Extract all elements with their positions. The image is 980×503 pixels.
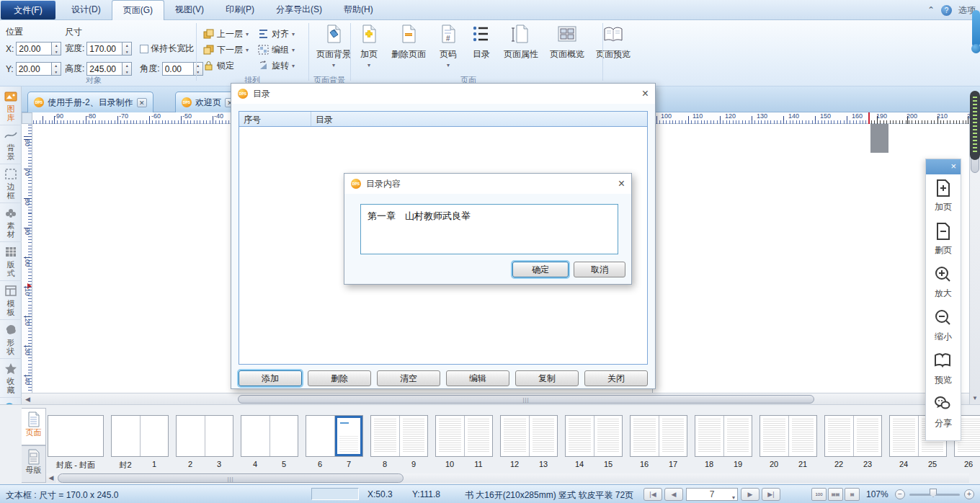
next-page-button[interactable]: ▶ [741, 488, 760, 501]
canvas-horizontal-scrollbar[interactable]: ◀ ||| [22, 393, 969, 404]
arrange-align-button[interactable]: 对齐▾ [258, 26, 295, 42]
last-page-button[interactable]: ▶| [762, 488, 780, 501]
toc-button[interactable]: 目录 [466, 22, 497, 78]
close-icon[interactable]: × [642, 88, 649, 99]
current-page-field[interactable]: 7▾ [686, 488, 738, 501]
toc-content-dialog-titlebar[interactable]: DPS 目录内容 × [344, 174, 631, 194]
thumbnail-page-14[interactable] [566, 416, 594, 456]
thumbnail-spread[interactable]: 67 [306, 415, 363, 474]
thumbnail-cover-spread[interactable]: 封底 - 封面 [48, 415, 104, 474]
spin-up-icon[interactable]: ▲ [194, 63, 202, 69]
x-input[interactable] [16, 42, 52, 55]
thumbnail-page-3[interactable] [205, 416, 233, 456]
toc-button-添加[interactable]: 添加 [239, 370, 302, 386]
thumbnail-page-9[interactable] [399, 416, 427, 456]
thumb-scroll-left-icon[interactable]: ◀ [46, 473, 56, 483]
dropdown-icon[interactable]: ▾ [368, 62, 370, 68]
tab-close-icon[interactable]: ✕ [137, 98, 147, 107]
page-overview-button[interactable]: 页面概览 [545, 22, 589, 78]
toc-entry-textarea[interactable]: 第一章 山村教师武良举 [360, 204, 618, 254]
thumbnail-spread[interactable]: 1617 [630, 415, 687, 474]
horizontal-scroll-thumb[interactable]: ||| [238, 395, 814, 404]
spin-down-icon[interactable]: ▼ [122, 69, 131, 76]
spin-up-icon[interactable]: ▲ [52, 63, 61, 69]
ribbon-tab-1[interactable]: 设计(D) [61, 0, 112, 20]
dropdown-icon[interactable]: ▾ [246, 31, 249, 37]
spin-up-icon[interactable]: ▲ [52, 43, 61, 49]
keep-ratio-checkbox[interactable] [140, 45, 148, 53]
sidebar-item-border[interactable]: 边框 [0, 164, 22, 203]
page-dropdown-icon[interactable]: ▾ [732, 492, 735, 503]
dropdown-icon[interactable]: ▾ [246, 47, 249, 53]
thumbnail-page-4[interactable] [241, 416, 270, 456]
thumbnail-page-13[interactable] [529, 416, 557, 456]
width-spinner[interactable]: ▲▼ [122, 42, 132, 55]
thumbnail-page-12[interactable] [501, 416, 529, 456]
toc-dialog-titlebar[interactable]: DPS 目录 × [231, 84, 655, 104]
ribbon-tab-3[interactable]: 视图(V) [164, 0, 215, 20]
thumbnail-page-18[interactable] [695, 416, 723, 456]
x-spinner[interactable]: ▲▼ [52, 42, 61, 55]
ribbon-tab-4[interactable]: 印刷(P) [215, 0, 265, 20]
angle-spinner[interactable]: ▲▼ [194, 62, 203, 76]
dropdown-icon[interactable]: ▾ [292, 63, 295, 69]
spin-up-icon[interactable]: ▲ [122, 43, 131, 49]
sidebar-item-layout[interactable]: 版式 [0, 242, 22, 281]
first-page-button[interactable]: |◀ [643, 488, 662, 501]
toc-button-复制[interactable]: 复制 [515, 370, 579, 386]
zoom-out-button[interactable]: − [895, 489, 905, 499]
sidebar-item-favorite[interactable]: 收藏 [0, 359, 22, 398]
page-preview-button[interactable]: 页面预览 [591, 22, 636, 78]
thumbnail-page-24[interactable] [890, 416, 918, 456]
sidebar-item-gallery[interactable]: 图库 [0, 86, 22, 125]
thumbnail-page-22[interactable] [825, 416, 853, 456]
scroll-left-icon[interactable]: ◀ [22, 394, 33, 404]
delete-page-button[interactable]: 删除页面 [386, 22, 431, 78]
close-icon[interactable]: × [950, 161, 956, 172]
thumbnail-page-23[interactable] [853, 416, 881, 456]
document-tab-0[interactable]: DPS使用手册-2、目录制作✕ [27, 92, 153, 112]
height-spinner[interactable]: ▲▼ [122, 62, 132, 76]
ribbon-tab-6[interactable]: 帮助(H) [333, 0, 384, 20]
spin-down-icon[interactable]: ▼ [194, 69, 202, 76]
zoom-in-button[interactable]: + [964, 489, 974, 499]
width-input[interactable] [86, 42, 122, 55]
y-spinner[interactable]: ▲▼ [52, 62, 61, 76]
thumbnail-spread[interactable]: 2021 [760, 415, 817, 474]
arrange-layer-down-button[interactable]: 下一层▾ [203, 42, 249, 58]
thumbnail-page-20[interactable] [760, 416, 788, 456]
tab-pages[interactable]: 页面 [22, 408, 46, 445]
zoom-slider-thumb[interactable] [930, 489, 937, 497]
thumbnail-page-10[interactable] [436, 416, 464, 456]
thumbnail-page-7[interactable] [334, 416, 362, 456]
dropdown-icon[interactable]: ▾ [447, 62, 450, 68]
toc-button-编辑[interactable]: 编辑 [446, 370, 509, 386]
spin-down-icon[interactable]: ▼ [52, 49, 61, 55]
sidebar-item-template[interactable]: 模板 [0, 281, 22, 320]
quick-tool-preview[interactable]: 预览 [926, 347, 961, 391]
close-icon[interactable]: × [618, 178, 625, 190]
ribbon-tab-2[interactable]: 页面(G) [112, 0, 164, 20]
sidebar-item-material[interactable]: 素材 [0, 203, 22, 242]
thumbnail-page-16[interactable] [631, 416, 659, 456]
thumbnail-spread[interactable]: 1415 [565, 415, 623, 474]
spin-up-icon[interactable]: ▲ [122, 63, 131, 69]
quick-tool-zoom-in[interactable]: 放大 [926, 261, 961, 304]
arrange-lock-button[interactable]: 锁定 [203, 58, 249, 74]
file-menu-button[interactable]: 文件(F) [1, 1, 55, 19]
toc-column-index[interactable]: 序号 [239, 112, 311, 126]
sidebar-item-background[interactable]: 背景 [0, 125, 22, 164]
height-input[interactable] [86, 62, 122, 76]
thumbnail-page-1[interactable] [140, 416, 168, 456]
thumbnail-spread[interactable]: 1213 [500, 415, 558, 474]
thumbnail-spread[interactable]: 2223 [824, 415, 882, 474]
quick-tools-header[interactable]: × [926, 159, 961, 174]
thumbnail-spread[interactable]: 89 [370, 415, 428, 474]
ok-button[interactable]: 确定 [512, 262, 569, 277]
thumbnail-scrollbar[interactable]: ||| [58, 473, 969, 483]
edge-gauge-widget[interactable] [970, 91, 980, 160]
thumbnail-spread[interactable]: 23 [176, 415, 233, 474]
thumbnail-page-2[interactable] [177, 416, 205, 456]
thumbnail-page-封2[interactable] [112, 416, 140, 456]
spin-down-icon[interactable]: ▼ [52, 69, 61, 76]
